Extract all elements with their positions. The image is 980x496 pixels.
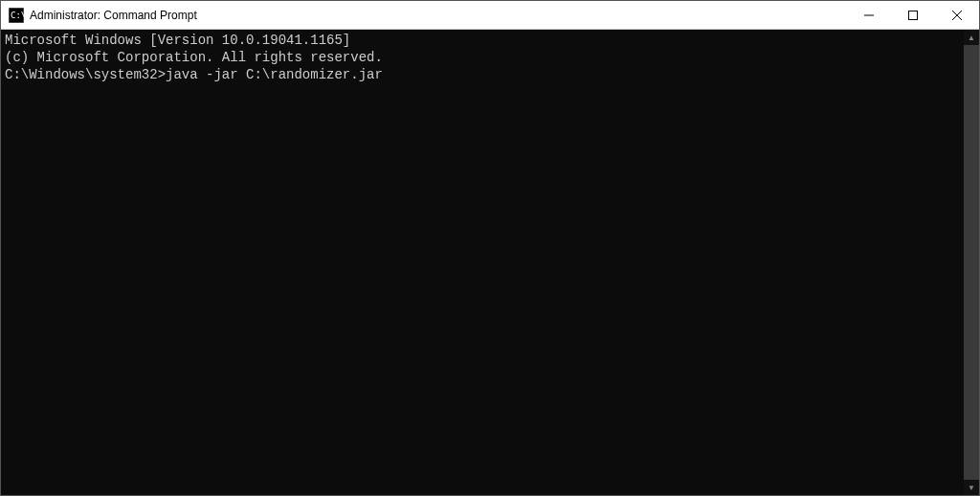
- window-controls: [847, 1, 979, 29]
- scroll-up-icon[interactable]: ▲: [964, 30, 979, 45]
- minimize-button[interactable]: [847, 1, 891, 29]
- scrollbar-thumb[interactable]: [964, 45, 979, 480]
- titlebar[interactable]: C:\ Administrator: Command Prompt: [1, 1, 979, 30]
- prompt: C:\Windows\system32>: [5, 67, 166, 82]
- output-line: (c) Microsoft Corporation. All rights re…: [5, 49, 960, 66]
- terminal-area: Microsoft Windows [Version 10.0.19041.11…: [1, 30, 979, 495]
- scrollbar[interactable]: ▲ ▼: [964, 30, 979, 495]
- svg-text:C:\: C:\: [11, 11, 24, 20]
- close-icon: [952, 11, 962, 20]
- cmd-icon: C:\: [9, 8, 24, 23]
- scroll-down-icon[interactable]: ▼: [964, 480, 979, 495]
- close-button[interactable]: [935, 1, 979, 29]
- minimize-icon: [864, 11, 874, 20]
- command-input[interactable]: java -jar C:\randomizer.jar: [166, 67, 383, 82]
- prompt-line: C:\Windows\system32>java -jar C:\randomi…: [5, 66, 960, 83]
- terminal-output[interactable]: Microsoft Windows [Version 10.0.19041.11…: [1, 30, 964, 495]
- svg-rect-3: [909, 11, 918, 19]
- maximize-icon: [908, 11, 918, 20]
- maximize-button[interactable]: [891, 1, 935, 29]
- window-title: Administrator: Command Prompt: [30, 9, 847, 22]
- output-line: Microsoft Windows [Version 10.0.19041.11…: [5, 32, 960, 49]
- command-prompt-window: C:\ Administrator: Command Prompt: [0, 0, 980, 496]
